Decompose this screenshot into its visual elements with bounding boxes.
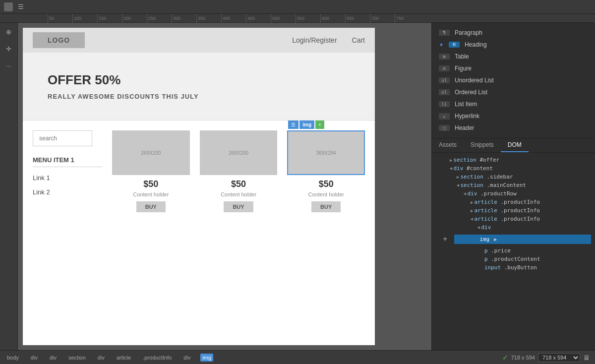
- dom-class-article-3: .productInfo: [500, 216, 539, 222]
- paragraph-tag: ¶: [439, 30, 450, 36]
- breadcrumb-img[interactable]: img: [200, 354, 213, 362]
- product-img-2: 269X200: [200, 130, 278, 175]
- product-img-label-3: 369X294: [316, 150, 336, 156]
- canvas-logo: LOGO: [33, 32, 85, 48]
- dom-row-input-buybutton[interactable]: input .buyButton: [432, 263, 595, 272]
- ul-tag: ul: [439, 77, 450, 83]
- canvas-nav: LOGO Login/Register Cart: [23, 28, 375, 53]
- dom-tree: ▶ section #offer ▼ div #content ▶ sectio…: [432, 153, 595, 350]
- product-price-3: $50: [287, 179, 365, 189]
- screen-icon: 🖥: [583, 354, 590, 362]
- hyperlink-label: Hyperlink: [455, 113, 479, 120]
- dom-row-section-offer[interactable]: ▶ section #offer: [432, 156, 595, 164]
- header-tag: □: [439, 125, 450, 131]
- dom-arrow-article-2[interactable]: ▶: [471, 208, 473, 213]
- element-header[interactable]: □ Header: [432, 122, 595, 134]
- dom-class-section-maincontent: .mainContent: [486, 182, 526, 188]
- buy-button-3[interactable]: BUY: [311, 201, 341, 212]
- overlay-img-btn[interactable]: img: [299, 121, 314, 129]
- tab-dom[interactable]: DOM: [501, 138, 529, 152]
- breadcrumb-body[interactable]: body: [5, 354, 21, 362]
- status-ok-icon: ✓: [502, 354, 508, 362]
- more-tools-icon[interactable]: ···: [4, 61, 14, 70]
- dimension-info: ✓ 718 x 594 718 x 594 1024 x 768 1280 x …: [502, 353, 590, 362]
- buy-button-1[interactable]: BUY: [136, 201, 166, 212]
- sidebar-link-1[interactable]: Link 1: [33, 174, 102, 182]
- left-toolbar: ⊕ ✛ ···: [0, 23, 18, 350]
- canvas-hero: OFFER 50% REALLY AWESOME DISCOUNTS THIS …: [23, 53, 375, 121]
- tab-assets[interactable]: Assets: [432, 138, 464, 152]
- dom-arrow-section-sidebar[interactable]: ▶: [457, 175, 459, 180]
- breadcrumb-section[interactable]: section: [66, 354, 88, 362]
- buy-button-2[interactable]: BUY: [224, 201, 253, 212]
- dom-row-article-productinfo-3[interactable]: ▼ article .productInfo: [432, 215, 595, 223]
- overlay-list-btn[interactable]: ☰: [288, 121, 298, 129]
- ruler-mark: 400: [221, 14, 246, 23]
- dom-class-article-2: .productInfo: [500, 207, 539, 214]
- dom-add-button[interactable]: +: [436, 233, 454, 245]
- dom-tag-div-inner: div: [481, 224, 491, 231]
- breadcrumb-div2[interactable]: div: [48, 354, 59, 362]
- breadcrumb-div3[interactable]: div: [96, 354, 107, 362]
- table-label: Table: [455, 53, 469, 60]
- li-label: List Item: [455, 101, 477, 108]
- cart-link[interactable]: Cart: [352, 36, 365, 44]
- dom-arrow-div-content[interactable]: ▼: [449, 167, 454, 170]
- dom-tag-section-sidebar: section: [460, 174, 483, 180]
- dom-tag-section-offer: section: [453, 157, 476, 163]
- dom-class-section-sidebar: .sidebar: [486, 174, 513, 180]
- breadcrumb-div1[interactable]: div: [29, 354, 40, 362]
- elements-list: ¶ Paragraph ▼ H Heading ⊞ Table ⊟ Figure…: [432, 23, 595, 138]
- dom-row-article-productinfo-1[interactable]: ▶ article .productInfo: [432, 198, 595, 206]
- breadcrumb-productinfo[interactable]: .productInfo: [141, 354, 174, 362]
- dom-arrow-article-1[interactable]: ▶: [471, 200, 473, 205]
- dom-row-p-price[interactable]: p .price: [432, 246, 595, 255]
- element-paragraph[interactable]: ¶ Paragraph: [432, 27, 595, 39]
- ruler-mark: 450: [246, 14, 271, 23]
- canvas-products: 269X200 $50 Content holder BUY 269X200 $…: [112, 130, 365, 212]
- element-heading[interactable]: ▼ H Heading: [432, 39, 595, 51]
- ruler-mark: 550: [296, 14, 320, 23]
- paragraph-label: Paragraph: [455, 29, 482, 36]
- dom-row-section-maincontent[interactable]: ▼ section .mainContent: [432, 181, 595, 189]
- element-table[interactable]: ⊞ Table: [432, 51, 595, 62]
- tab-snippets[interactable]: Snippets: [464, 138, 501, 152]
- overlay-add-btn[interactable]: +: [315, 121, 324, 129]
- app-logo-icon: [4, 2, 13, 11]
- element-ol[interactable]: ol Ordered List: [432, 86, 595, 98]
- product-img-label-2: 269X200: [229, 150, 248, 156]
- dimension-dropdown[interactable]: 718 x 594 1024 x 768 1280 x 800: [538, 353, 580, 362]
- move-tool-icon[interactable]: ✛: [4, 44, 14, 54]
- dom-row-img[interactable]: img ▶: [454, 235, 591, 244]
- dom-row-div-content[interactable]: ▼ div #content: [432, 164, 595, 173]
- login-register-link[interactable]: Login/Register: [292, 36, 337, 44]
- breadcrumb-article[interactable]: article: [115, 354, 133, 362]
- dom-row-div-inner[interactable]: ▼ div: [432, 223, 595, 232]
- dom-arrow-article-3[interactable]: ▼: [470, 218, 475, 220]
- product-img-3: ☰ img + 369X294: [287, 130, 365, 175]
- pointer-tool-icon[interactable]: ⊕: [4, 27, 14, 37]
- canvas-area: LOGO Login/Register Cart OFFER 50% REALL…: [18, 23, 431, 350]
- element-hyperlink[interactable]: ᵹ Hyperlink: [432, 110, 595, 122]
- dom-row-div-productrow[interactable]: ▼ div .productRow: [432, 189, 595, 198]
- breadcrumb-div4[interactable]: div: [181, 354, 192, 362]
- dom-row-article-productinfo-2[interactable]: ▶ article .productInfo: [432, 206, 595, 215]
- dom-arrow-div-productrow[interactable]: ▼: [463, 192, 468, 195]
- element-li[interactable]: li List Item: [432, 98, 595, 110]
- product-img-1: 269X200: [112, 130, 190, 175]
- ol-tag: ol: [439, 89, 450, 95]
- ruler-mark: 600: [320, 14, 345, 23]
- dom-arrow-section-maincontent[interactable]: ▼: [456, 184, 461, 186]
- sidebar-link-2[interactable]: Link 2: [33, 188, 102, 196]
- header-label: Header: [455, 124, 474, 131]
- element-figure[interactable]: ⊟ Figure: [432, 62, 595, 74]
- hamburger-icon[interactable]: ☰: [18, 3, 24, 10]
- element-ul[interactable]: ul Unordered List: [432, 74, 595, 86]
- bottom-bar: body div div section div article .produc…: [0, 350, 595, 364]
- dom-arrow-div-inner[interactable]: ▼: [476, 226, 481, 229]
- dom-row-p-productcontent[interactable]: p .productContent: [432, 255, 595, 263]
- search-input[interactable]: [33, 130, 92, 146]
- dom-arrow-section-offer[interactable]: ▶: [450, 158, 452, 163]
- dom-row-section-sidebar[interactable]: ▶ section .sidebar: [432, 173, 595, 181]
- dom-tag-div-content: div: [453, 165, 463, 172]
